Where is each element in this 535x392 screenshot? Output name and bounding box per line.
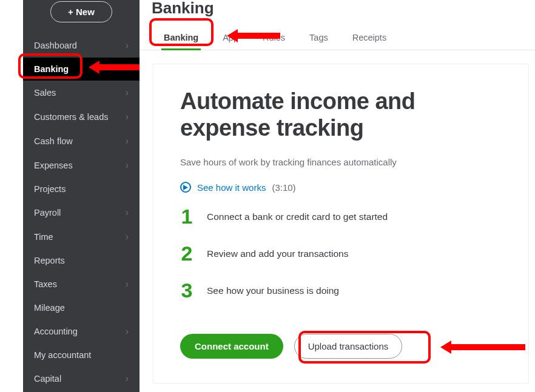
hero-title: Automate income and expense tracking bbox=[180, 88, 502, 141]
sidebar-item-taxes[interactable]: Taxes› bbox=[23, 272, 140, 296]
sidebar-item-label: My accountant bbox=[34, 350, 91, 360]
sidebar-item-time[interactable]: Time› bbox=[23, 225, 140, 249]
how-it-works-row: See how it works (3:10) bbox=[180, 182, 502, 193]
sidebar-item-label: Accounting bbox=[34, 327, 78, 336]
how-it-works-link[interactable]: See how it works bbox=[197, 182, 266, 193]
tab-app[interactable]: App bbox=[210, 27, 251, 50]
cta-row: Connect account Upload transactions bbox=[180, 334, 502, 359]
chevron-right-icon: › bbox=[126, 279, 129, 290]
sidebar-item-label: Banking bbox=[34, 64, 69, 74]
step-1: 1Connect a bank or credit card to get st… bbox=[180, 205, 502, 228]
svg-marker-0 bbox=[183, 185, 188, 190]
sidebar-item-label: Capital bbox=[34, 374, 61, 384]
sidebar-nav: Dashboard›BankingSales›Customers & leads… bbox=[23, 33, 140, 391]
play-icon[interactable] bbox=[180, 182, 191, 193]
sidebar-item-label: Payroll bbox=[34, 208, 61, 218]
sidebar-item-my-accountant[interactable]: My accountant bbox=[23, 344, 140, 367]
sidebar-item-accounting[interactable]: Accounting› bbox=[23, 319, 140, 344]
sidebar-item-projects[interactable]: Projects bbox=[23, 178, 140, 201]
tab-receipts[interactable]: Receipts bbox=[340, 27, 399, 50]
sidebar-item-label: Projects bbox=[34, 184, 66, 194]
connect-account-button[interactable]: Connect account bbox=[180, 334, 283, 359]
sidebar-item-banking[interactable]: Banking bbox=[23, 58, 140, 81]
sidebar-item-label: Dashboard bbox=[34, 41, 77, 50]
chevron-right-icon: › bbox=[126, 160, 129, 171]
step-number: 1 bbox=[180, 205, 193, 228]
sidebar-item-label: Time bbox=[34, 232, 53, 242]
upload-transactions-button[interactable]: Upload transactions bbox=[294, 334, 403, 359]
chevron-right-icon: › bbox=[126, 111, 129, 122]
content-card: Automate income and expense tracking Sav… bbox=[153, 64, 529, 384]
sidebar-item-dashboard[interactable]: Dashboard› bbox=[23, 33, 140, 58]
sidebar-item-label: Expenses bbox=[34, 161, 73, 170]
sidebar-item-label: Mileage bbox=[34, 303, 65, 313]
page-title: Banking bbox=[140, 0, 535, 16]
tab-tags[interactable]: Tags bbox=[297, 27, 340, 50]
chevron-right-icon: › bbox=[126, 87, 129, 98]
step-number: 2 bbox=[180, 242, 193, 265]
sidebar: + New Dashboard›BankingSales›Customers &… bbox=[23, 0, 140, 392]
step-text: See how your business is doing bbox=[207, 285, 339, 296]
sidebar-item-label: Cash flow bbox=[34, 136, 73, 146]
tabs: BankingAppRulesTagsReceipts bbox=[140, 27, 535, 50]
sidebar-item-mileage[interactable]: Mileage bbox=[23, 296, 140, 319]
sidebar-item-label: Sales bbox=[34, 88, 56, 98]
sidebar-item-label: Customers & leads bbox=[34, 112, 109, 122]
sidebar-item-capital[interactable]: Capital› bbox=[23, 367, 140, 391]
chevron-right-icon: › bbox=[126, 136, 129, 147]
tab-banking[interactable]: Banking bbox=[152, 27, 210, 50]
step-2: 2Review and add your transactions bbox=[180, 242, 502, 265]
sidebar-item-customers-leads[interactable]: Customers & leads› bbox=[23, 105, 140, 129]
chevron-right-icon: › bbox=[126, 373, 129, 384]
main-content: Banking BankingAppRulesTagsReceipts Auto… bbox=[140, 0, 535, 392]
step-3: 3See how your business is doing bbox=[180, 279, 502, 302]
sidebar-item-label: Reports bbox=[34, 256, 65, 265]
step-text: Review and add your transactions bbox=[207, 248, 349, 259]
how-it-works-duration: (3:10) bbox=[272, 182, 295, 193]
sidebar-item-label: Taxes bbox=[34, 279, 57, 289]
sidebar-item-sales[interactable]: Sales› bbox=[23, 81, 140, 105]
step-number: 3 bbox=[180, 279, 193, 302]
chevron-right-icon: › bbox=[126, 207, 129, 218]
sidebar-item-payroll[interactable]: Payroll› bbox=[23, 201, 140, 225]
new-button[interactable]: + New bbox=[50, 1, 112, 22]
steps-list: 1Connect a bank or credit card to get st… bbox=[180, 205, 502, 302]
chevron-right-icon: › bbox=[126, 326, 129, 337]
chevron-right-icon: › bbox=[126, 40, 129, 51]
step-text: Connect a bank or credit card to get sta… bbox=[207, 211, 388, 222]
sidebar-item-reports[interactable]: Reports bbox=[23, 249, 140, 272]
hero-subtitle: Save hours of work by tracking finances … bbox=[180, 157, 502, 167]
chevron-right-icon: › bbox=[126, 231, 129, 242]
sidebar-item-expenses[interactable]: Expenses› bbox=[23, 153, 140, 178]
tab-rules[interactable]: Rules bbox=[251, 27, 297, 50]
sidebar-item-cash-flow[interactable]: Cash flow› bbox=[23, 129, 140, 153]
